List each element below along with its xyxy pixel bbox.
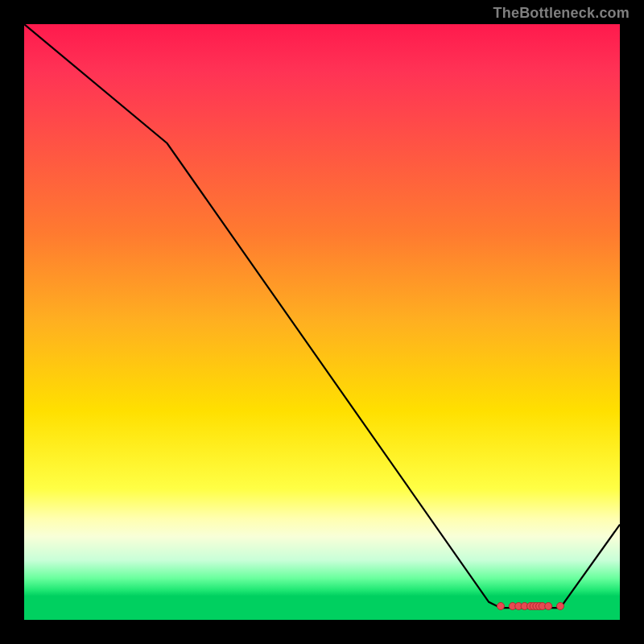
attribution-text: TheBottleneck.com xyxy=(493,5,630,22)
plot-area-gradient xyxy=(24,24,620,620)
chart-container: TheBottleneck.com xyxy=(0,0,644,644)
